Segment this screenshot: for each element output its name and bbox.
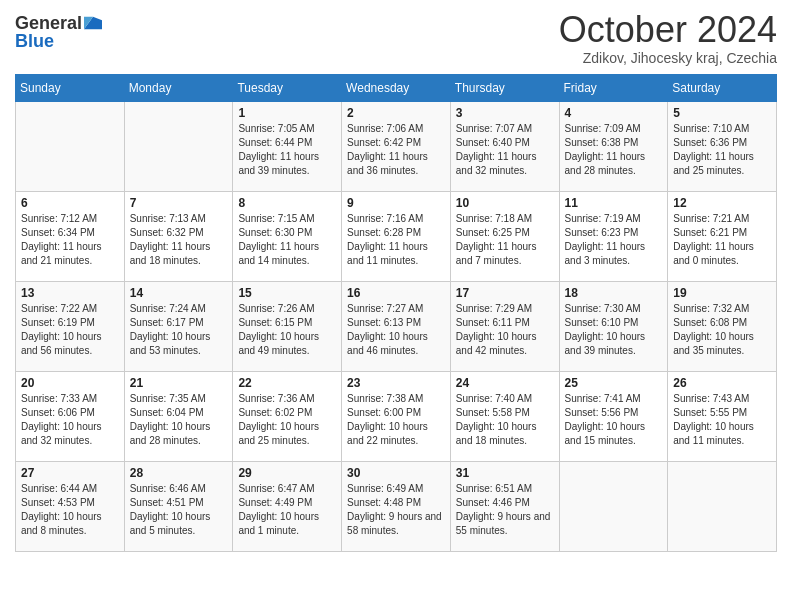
- cell-sun-info: Sunrise: 6:44 AMSunset: 4:53 PMDaylight:…: [21, 482, 119, 538]
- calendar-week-4: 20Sunrise: 7:33 AMSunset: 6:06 PMDayligh…: [16, 371, 777, 461]
- cell-sun-info: Sunrise: 7:36 AMSunset: 6:02 PMDaylight:…: [238, 392, 336, 448]
- cell-day-number: 22: [238, 376, 336, 390]
- cell-day-number: 23: [347, 376, 445, 390]
- calendar-cell: [668, 461, 777, 551]
- calendar-cell: 11Sunrise: 7:19 AMSunset: 6:23 PMDayligh…: [559, 191, 668, 281]
- cell-day-number: 16: [347, 286, 445, 300]
- cell-sun-info: Sunrise: 6:47 AMSunset: 4:49 PMDaylight:…: [238, 482, 336, 538]
- calendar-cell: [124, 101, 233, 191]
- cell-sun-info: Sunrise: 6:49 AMSunset: 4:48 PMDaylight:…: [347, 482, 445, 538]
- calendar-cell: 13Sunrise: 7:22 AMSunset: 6:19 PMDayligh…: [16, 281, 125, 371]
- calendar-cell: 30Sunrise: 6:49 AMSunset: 4:48 PMDayligh…: [342, 461, 451, 551]
- calendar-cell: 18Sunrise: 7:30 AMSunset: 6:10 PMDayligh…: [559, 281, 668, 371]
- cell-sun-info: Sunrise: 7:30 AMSunset: 6:10 PMDaylight:…: [565, 302, 663, 358]
- logo-blue-text: Blue: [15, 32, 54, 50]
- cell-day-number: 29: [238, 466, 336, 480]
- cell-day-number: 21: [130, 376, 228, 390]
- cell-sun-info: Sunrise: 7:41 AMSunset: 5:56 PMDaylight:…: [565, 392, 663, 448]
- cell-sun-info: Sunrise: 7:05 AMSunset: 6:44 PMDaylight:…: [238, 122, 336, 178]
- cell-day-number: 5: [673, 106, 771, 120]
- calendar-cell: [16, 101, 125, 191]
- calendar-week-1: 1Sunrise: 7:05 AMSunset: 6:44 PMDaylight…: [16, 101, 777, 191]
- cell-sun-info: Sunrise: 7:24 AMSunset: 6:17 PMDaylight:…: [130, 302, 228, 358]
- day-header-wednesday: Wednesday: [342, 74, 451, 101]
- calendar-cell: 9Sunrise: 7:16 AMSunset: 6:28 PMDaylight…: [342, 191, 451, 281]
- calendar-cell: 10Sunrise: 7:18 AMSunset: 6:25 PMDayligh…: [450, 191, 559, 281]
- calendar-cell: 29Sunrise: 6:47 AMSunset: 4:49 PMDayligh…: [233, 461, 342, 551]
- cell-sun-info: Sunrise: 6:46 AMSunset: 4:51 PMDaylight:…: [130, 482, 228, 538]
- calendar-cell: 3Sunrise: 7:07 AMSunset: 6:40 PMDaylight…: [450, 101, 559, 191]
- cell-sun-info: Sunrise: 7:29 AMSunset: 6:11 PMDaylight:…: [456, 302, 554, 358]
- cell-day-number: 6: [21, 196, 119, 210]
- logo-general-text: General: [15, 14, 82, 32]
- calendar-cell: 15Sunrise: 7:26 AMSunset: 6:15 PMDayligh…: [233, 281, 342, 371]
- calendar-cell: 4Sunrise: 7:09 AMSunset: 6:38 PMDaylight…: [559, 101, 668, 191]
- cell-day-number: 15: [238, 286, 336, 300]
- calendar-cell: 26Sunrise: 7:43 AMSunset: 5:55 PMDayligh…: [668, 371, 777, 461]
- cell-day-number: 7: [130, 196, 228, 210]
- cell-day-number: 12: [673, 196, 771, 210]
- calendar-cell: 16Sunrise: 7:27 AMSunset: 6:13 PMDayligh…: [342, 281, 451, 371]
- cell-day-number: 31: [456, 466, 554, 480]
- calendar-cell: 27Sunrise: 6:44 AMSunset: 4:53 PMDayligh…: [16, 461, 125, 551]
- cell-sun-info: Sunrise: 7:07 AMSunset: 6:40 PMDaylight:…: [456, 122, 554, 178]
- location: Zdikov, Jihocesky kraj, Czechia: [559, 50, 777, 66]
- cell-sun-info: Sunrise: 7:32 AMSunset: 6:08 PMDaylight:…: [673, 302, 771, 358]
- cell-day-number: 8: [238, 196, 336, 210]
- cell-day-number: 20: [21, 376, 119, 390]
- cell-sun-info: Sunrise: 7:10 AMSunset: 6:36 PMDaylight:…: [673, 122, 771, 178]
- cell-sun-info: Sunrise: 7:22 AMSunset: 6:19 PMDaylight:…: [21, 302, 119, 358]
- calendar-cell: 25Sunrise: 7:41 AMSunset: 5:56 PMDayligh…: [559, 371, 668, 461]
- cell-day-number: 2: [347, 106, 445, 120]
- calendar-header-row: SundayMondayTuesdayWednesdayThursdayFrid…: [16, 74, 777, 101]
- cell-sun-info: Sunrise: 7:21 AMSunset: 6:21 PMDaylight:…: [673, 212, 771, 268]
- cell-day-number: 19: [673, 286, 771, 300]
- calendar-cell: 31Sunrise: 6:51 AMSunset: 4:46 PMDayligh…: [450, 461, 559, 551]
- cell-sun-info: Sunrise: 7:43 AMSunset: 5:55 PMDaylight:…: [673, 392, 771, 448]
- month-title: October 2024: [559, 10, 777, 50]
- cell-day-number: 9: [347, 196, 445, 210]
- title-section: October 2024 Zdikov, Jihocesky kraj, Cze…: [559, 10, 777, 66]
- cell-day-number: 26: [673, 376, 771, 390]
- calendar-cell: 20Sunrise: 7:33 AMSunset: 6:06 PMDayligh…: [16, 371, 125, 461]
- calendar-cell: 24Sunrise: 7:40 AMSunset: 5:58 PMDayligh…: [450, 371, 559, 461]
- cell-sun-info: Sunrise: 7:38 AMSunset: 6:00 PMDaylight:…: [347, 392, 445, 448]
- calendar-table: SundayMondayTuesdayWednesdayThursdayFrid…: [15, 74, 777, 552]
- cell-sun-info: Sunrise: 7:13 AMSunset: 6:32 PMDaylight:…: [130, 212, 228, 268]
- logo-icon: [84, 16, 102, 30]
- day-header-tuesday: Tuesday: [233, 74, 342, 101]
- cell-sun-info: Sunrise: 7:12 AMSunset: 6:34 PMDaylight:…: [21, 212, 119, 268]
- day-header-sunday: Sunday: [16, 74, 125, 101]
- cell-day-number: 1: [238, 106, 336, 120]
- cell-day-number: 24: [456, 376, 554, 390]
- calendar-cell: 23Sunrise: 7:38 AMSunset: 6:00 PMDayligh…: [342, 371, 451, 461]
- calendar-week-5: 27Sunrise: 6:44 AMSunset: 4:53 PMDayligh…: [16, 461, 777, 551]
- calendar-cell: 2Sunrise: 7:06 AMSunset: 6:42 PMDaylight…: [342, 101, 451, 191]
- calendar-cell: 6Sunrise: 7:12 AMSunset: 6:34 PMDaylight…: [16, 191, 125, 281]
- cell-day-number: 10: [456, 196, 554, 210]
- calendar-week-2: 6Sunrise: 7:12 AMSunset: 6:34 PMDaylight…: [16, 191, 777, 281]
- calendar-cell: [559, 461, 668, 551]
- cell-sun-info: Sunrise: 6:51 AMSunset: 4:46 PMDaylight:…: [456, 482, 554, 538]
- day-header-monday: Monday: [124, 74, 233, 101]
- cell-day-number: 30: [347, 466, 445, 480]
- cell-day-number: 13: [21, 286, 119, 300]
- cell-sun-info: Sunrise: 7:09 AMSunset: 6:38 PMDaylight:…: [565, 122, 663, 178]
- cell-sun-info: Sunrise: 7:19 AMSunset: 6:23 PMDaylight:…: [565, 212, 663, 268]
- cell-sun-info: Sunrise: 7:35 AMSunset: 6:04 PMDaylight:…: [130, 392, 228, 448]
- cell-day-number: 18: [565, 286, 663, 300]
- calendar-week-3: 13Sunrise: 7:22 AMSunset: 6:19 PMDayligh…: [16, 281, 777, 371]
- calendar-cell: 22Sunrise: 7:36 AMSunset: 6:02 PMDayligh…: [233, 371, 342, 461]
- calendar-cell: 17Sunrise: 7:29 AMSunset: 6:11 PMDayligh…: [450, 281, 559, 371]
- cell-day-number: 17: [456, 286, 554, 300]
- cell-sun-info: Sunrise: 7:33 AMSunset: 6:06 PMDaylight:…: [21, 392, 119, 448]
- cell-day-number: 4: [565, 106, 663, 120]
- calendar-cell: 7Sunrise: 7:13 AMSunset: 6:32 PMDaylight…: [124, 191, 233, 281]
- cell-sun-info: Sunrise: 7:18 AMSunset: 6:25 PMDaylight:…: [456, 212, 554, 268]
- calendar-cell: 14Sunrise: 7:24 AMSunset: 6:17 PMDayligh…: [124, 281, 233, 371]
- cell-sun-info: Sunrise: 7:16 AMSunset: 6:28 PMDaylight:…: [347, 212, 445, 268]
- logo: General Blue: [15, 10, 102, 50]
- cell-day-number: 11: [565, 196, 663, 210]
- cell-sun-info: Sunrise: 7:27 AMSunset: 6:13 PMDaylight:…: [347, 302, 445, 358]
- day-header-thursday: Thursday: [450, 74, 559, 101]
